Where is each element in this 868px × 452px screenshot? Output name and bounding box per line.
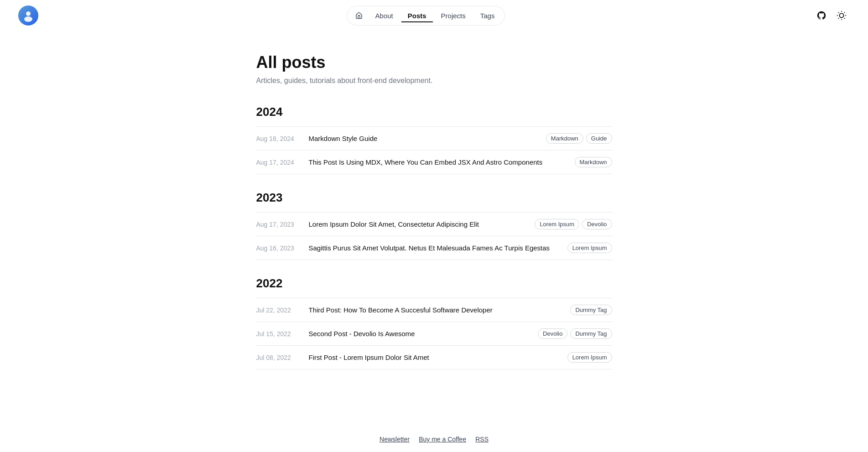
- theme-toggle[interactable]: [833, 7, 850, 24]
- post-tag[interactable]: Dummy Tag: [570, 328, 612, 339]
- svg-point-2: [839, 13, 843, 17]
- svg-line-10: [844, 12, 845, 13]
- year-heading-2024: 2024: [256, 105, 612, 119]
- post-title: Second Post - Devolio Is Awesome: [309, 330, 415, 338]
- post-title: Third Post: How To Become A Succesful So…: [309, 306, 493, 314]
- post-row[interactable]: Aug 17, 2024This Post Is Using MDX, Wher…: [256, 151, 612, 174]
- post-row[interactable]: Jul 15, 2022Second Post - Devolio Is Awe…: [256, 322, 612, 346]
- post-title: This Post Is Using MDX, Where You Can Em…: [309, 158, 543, 166]
- post-tags: Dummy Tag: [570, 305, 612, 315]
- post-title: Markdown Style Guide: [309, 135, 378, 142]
- post-left: Aug 18, 2024Markdown Style Guide: [256, 135, 378, 142]
- post-left: Aug 16, 2023Sagittis Purus Sit Amet Volu…: [256, 244, 550, 252]
- post-date: Aug 18, 2024: [256, 135, 300, 142]
- post-left: Aug 17, 2024This Post Is Using MDX, Wher…: [256, 158, 543, 166]
- newsletter-link[interactable]: Newsletter: [379, 436, 410, 443]
- post-title: First Post - Lorem Ipsum Dolor Sit Amet: [309, 353, 429, 361]
- svg-point-1: [24, 16, 32, 22]
- nav-posts[interactable]: Posts: [401, 9, 433, 22]
- post-row[interactable]: Aug 17, 2023Lorem Ipsum Dolor Sit Amet, …: [256, 212, 612, 236]
- year-heading-2023: 2023: [256, 191, 612, 205]
- post-tag[interactable]: Dummy Tag: [570, 305, 612, 315]
- post-tag[interactable]: Markdown: [575, 157, 612, 167]
- post-tag[interactable]: Devolio: [582, 219, 612, 229]
- post-date: Aug 17, 2023: [256, 221, 300, 228]
- post-tags: Lorem Ipsum: [567, 243, 612, 253]
- post-left: Jul 15, 2022Second Post - Devolio Is Awe…: [256, 330, 415, 338]
- post-tags: DevolioDummy Tag: [538, 328, 612, 339]
- year-section-2022: 2022Jul 22, 2022Third Post: How To Becom…: [256, 276, 612, 369]
- page-title: All posts: [256, 53, 612, 72]
- post-title: Sagittis Purus Sit Amet Volutpat. Netus …: [309, 244, 550, 252]
- svg-line-6: [844, 18, 845, 19]
- nav-projects[interactable]: Projects: [435, 9, 472, 22]
- site-header: About Posts Projects Tags: [0, 0, 868, 31]
- post-tags: Markdown: [575, 157, 612, 167]
- post-left: Jul 08, 2022First Post - Lorem Ipsum Dol…: [256, 353, 429, 361]
- year-heading-2022: 2022: [256, 276, 612, 291]
- post-date: Aug 16, 2023: [256, 244, 300, 252]
- avatar[interactable]: [18, 5, 38, 26]
- year-section-2024: 2024Aug 18, 2024Markdown Style GuideMark…: [256, 105, 612, 174]
- rss-link[interactable]: RSS: [475, 436, 489, 443]
- posts-container: 2024Aug 18, 2024Markdown Style GuideMark…: [256, 105, 612, 369]
- year-section-2023: 2023Aug 17, 2023Lorem Ipsum Dolor Sit Am…: [256, 191, 612, 260]
- post-date: Aug 17, 2024: [256, 159, 300, 166]
- nav-tags[interactable]: Tags: [474, 9, 501, 22]
- post-left: Jul 22, 2022Third Post: How To Become A …: [256, 306, 493, 314]
- post-tags: Lorem Ipsum: [567, 352, 612, 363]
- post-date: Jul 22, 2022: [256, 307, 300, 314]
- post-left: Aug 17, 2023Lorem Ipsum Dolor Sit Amet, …: [256, 220, 479, 228]
- post-date: Jul 15, 2022: [256, 330, 300, 338]
- buy-coffee-link[interactable]: Buy me a Coffee: [419, 436, 466, 443]
- post-tag[interactable]: Lorem Ipsum: [567, 243, 612, 253]
- post-tag[interactable]: Lorem Ipsum: [535, 219, 579, 229]
- site-footer: Newsletter Buy me a Coffee RSS: [0, 426, 868, 452]
- post-row[interactable]: Aug 16, 2023Sagittis Purus Sit Amet Volu…: [256, 236, 612, 260]
- post-tags: MarkdownGuide: [546, 133, 612, 144]
- post-tags: Lorem IpsumDevolio: [535, 219, 612, 229]
- post-row[interactable]: Jul 08, 2022First Post - Lorem Ipsum Dol…: [256, 346, 612, 369]
- github-link[interactable]: [813, 7, 830, 24]
- svg-line-5: [838, 12, 839, 13]
- svg-point-0: [26, 11, 31, 16]
- post-title: Lorem Ipsum Dolor Sit Amet, Consectetur …: [309, 220, 479, 228]
- nav-home[interactable]: [351, 9, 367, 22]
- post-tag[interactable]: Markdown: [546, 133, 583, 144]
- main-content: All posts Articles, guides, tutorials ab…: [247, 31, 621, 422]
- page-subtitle: Articles, guides, tutorials about front-…: [256, 77, 612, 85]
- post-tag[interactable]: Lorem Ipsum: [567, 352, 612, 363]
- post-row[interactable]: Aug 18, 2024Markdown Style GuideMarkdown…: [256, 126, 612, 151]
- post-date: Jul 08, 2022: [256, 354, 300, 361]
- header-icons: [813, 7, 850, 24]
- post-tag[interactable]: Devolio: [538, 328, 567, 339]
- post-row[interactable]: Jul 22, 2022Third Post: How To Become A …: [256, 298, 612, 322]
- nav-about[interactable]: About: [369, 9, 400, 22]
- post-tag[interactable]: Guide: [586, 133, 612, 144]
- main-nav: About Posts Projects Tags: [347, 6, 505, 26]
- svg-line-9: [838, 18, 839, 19]
